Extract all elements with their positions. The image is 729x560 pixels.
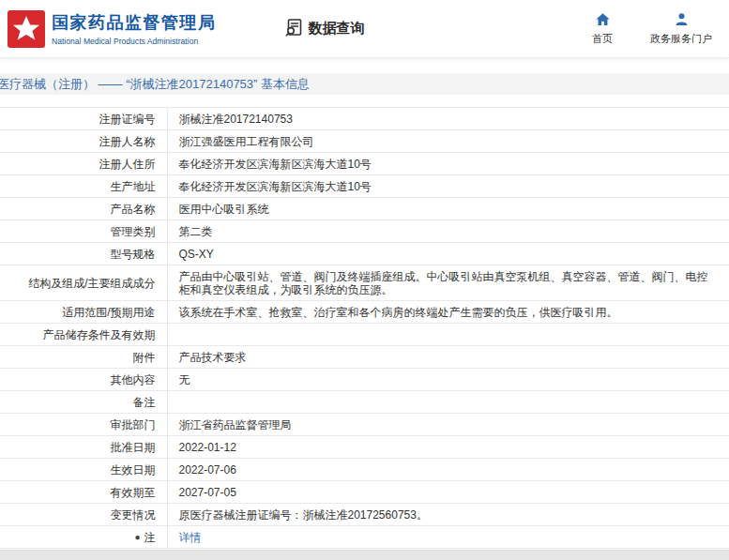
row-label-text: 适用范围/预期用途 (62, 306, 155, 319)
row-label: 管理类别 (0, 220, 167, 243)
row-label: 产品名称 (0, 198, 167, 220)
row-label-text: 变更情况 (111, 508, 156, 522)
row-label: 产品储存条件及有效期 (0, 324, 167, 346)
row-value: 原医疗器械注册证编号：浙械注准20172560753。 (167, 504, 729, 526)
page-title-bar: 医疗器械（注册） —— “浙械注准20172140753” 基本信息 (0, 73, 729, 95)
row-label-text: 型号规格 (111, 248, 156, 261)
table-row: 结构及组成/主要组成成分产品由中心吸引站、管道、阀门及终端插座组成。中心吸引站由… (0, 265, 729, 301)
user-icon (674, 11, 690, 29)
header-nav: 首页 政务服务门户 (592, 11, 712, 46)
row-label: 备注 (0, 391, 167, 414)
row-value: 浙械注准20172140753 (167, 108, 729, 130)
row-label-text: 生产地址 (111, 180, 156, 193)
row-value: 产品技术要求 (167, 346, 729, 369)
nmpa-seal-icon (8, 10, 45, 48)
row-label-text: 备注 (133, 396, 156, 409)
info-table: 注册证编号浙械注准20172140753注册人名称浙江强盛医用工程有限公司注册人… (0, 107, 729, 549)
row-label: ●注 (0, 526, 167, 549)
row-value: QS-XY (167, 243, 729, 265)
row-label-text: 附件 (133, 351, 156, 364)
page-title-text: 医疗器械（注册） —— “浙械注准20172140753” 基本信息 (0, 76, 310, 93)
table-row: 生效日期2022-07-06 (0, 459, 729, 481)
row-label-text: 注册人住所 (99, 158, 156, 171)
table-row: 注册人名称浙江强盛医用工程有限公司 (0, 130, 729, 153)
table-row: 产品储存条件及有效期 (0, 324, 729, 346)
row-label: 批准日期 (0, 436, 167, 459)
row-label-text: 注册证编号 (99, 113, 156, 126)
nav-portal-label: 政务服务门户 (650, 32, 712, 46)
table-row: 注册证编号浙械注准20172140753 (0, 108, 729, 130)
section-title: 数据查询 (309, 20, 365, 38)
row-label-text: 其他内容 (111, 373, 156, 386)
section-header: 数据查询 (284, 18, 365, 39)
row-value: 医用中心吸引系统 (167, 198, 729, 220)
row-label: 结构及组成/主要组成成分 (0, 265, 167, 301)
table-row: 审批部门浙江省药品监督管理局 (0, 414, 729, 436)
row-label: 生效日期 (0, 459, 167, 481)
row-label-text: 管理类别 (111, 225, 156, 238)
table-row: 备注 (0, 391, 729, 414)
row-label: 注册证编号 (0, 108, 167, 130)
megaphone-icon: ● (134, 531, 140, 544)
header: 国家药品监督管理局 National Medical Products Admi… (0, 0, 729, 58)
row-label-text: 审批部门 (111, 418, 156, 431)
table-row: 变更情况原医疗器械注册证编号：浙械注准20172560753。 (0, 504, 729, 526)
row-value: 该系统在手术室、抢救室、治疗室和各个病房的终端处产生需要的负压，供医疗吸引用。 (167, 301, 729, 324)
row-value: 无 (167, 369, 729, 391)
logo-text: 国家药品监督管理局 National Medical Products Admi… (52, 11, 217, 46)
table-row: 生产地址奉化经济开发区滨海新区滨海大道10号 (0, 175, 729, 198)
table-row: 产品名称医用中心吸引系统 (0, 198, 729, 220)
logo-subtitle: National Medical Products Administration (52, 37, 217, 46)
row-label: 生产地址 (0, 175, 167, 198)
table-row: 型号规格QS-XY (0, 243, 729, 265)
table-row: 附件产品技术要求 (0, 346, 729, 369)
row-label: 其他内容 (0, 369, 167, 391)
row-label: 适用范围/预期用途 (0, 301, 167, 324)
row-label: 注册人住所 (0, 153, 167, 175)
row-value: 产品由中心吸引站、管道、阀门及终端插座组成。中心吸引站由真空泵机组、真空容器、管… (167, 265, 729, 301)
row-value (167, 324, 729, 346)
nav-home[interactable]: 首页 (592, 11, 613, 46)
row-label-text: 产品储存条件及有效期 (43, 328, 156, 341)
table-row: ●注详情 (0, 526, 729, 549)
row-value: 详情 (167, 526, 729, 549)
row-value: 2022-01-12 (167, 436, 729, 459)
nav-portal[interactable]: 政务服务门户 (650, 11, 712, 46)
row-label: 注册人名称 (0, 130, 167, 153)
home-icon (595, 11, 611, 29)
row-value: 2022-07-06 (167, 459, 729, 481)
data-query-icon (284, 18, 303, 39)
row-label-text: 注册人名称 (99, 135, 156, 148)
table-row: 注册人住所奉化经济开发区滨海新区滨海大道10号 (0, 153, 729, 175)
row-value: 第二类 (167, 220, 729, 243)
row-label-text: 有效期至 (111, 486, 156, 499)
row-value: 浙江强盛医用工程有限公司 (167, 130, 729, 153)
row-label-text: 生效日期 (111, 463, 156, 477)
row-value: 奉化经济开发区滨海新区滨海大道10号 (167, 175, 729, 198)
table-row: 批准日期2022-01-12 (0, 436, 729, 459)
row-label: 审批部门 (0, 414, 167, 436)
nmpa-logo[interactable]: 国家药品监督管理局 National Medical Products Admi… (8, 10, 217, 48)
row-value: 浙江省药品监督管理局 (167, 414, 729, 436)
row-label: 变更情况 (0, 504, 167, 526)
table-row: 其他内容无 (0, 369, 729, 391)
footer-strip (0, 550, 729, 560)
row-label-text: 结构及组成/主要组成成分 (28, 277, 155, 290)
row-value: 2027-07-05 (167, 481, 729, 504)
row-label-text: 批准日期 (111, 441, 156, 454)
row-label: 附件 (0, 346, 167, 369)
table-row: 管理类别第二类 (0, 220, 729, 243)
table-row: 适用范围/预期用途该系统在手术室、抢救室、治疗室和各个病房的终端处产生需要的负压… (0, 301, 729, 324)
nav-home-label: 首页 (592, 32, 613, 46)
table-row: 有效期至2027-07-05 (0, 481, 729, 504)
row-value (167, 391, 729, 414)
detail-link[interactable]: 详情 (179, 531, 202, 544)
row-value: 奉化经济开发区滨海新区滨海大道10号 (167, 153, 729, 175)
row-label-text: 产品名称 (111, 203, 156, 216)
row-label: 型号规格 (0, 243, 167, 265)
row-label-text: 注 (144, 531, 156, 544)
row-label: 有效期至 (0, 481, 167, 504)
logo-title: 国家药品监督管理局 (52, 11, 217, 34)
info-table-body: 注册证编号浙械注准20172140753注册人名称浙江强盛医用工程有限公司注册人… (0, 108, 729, 549)
